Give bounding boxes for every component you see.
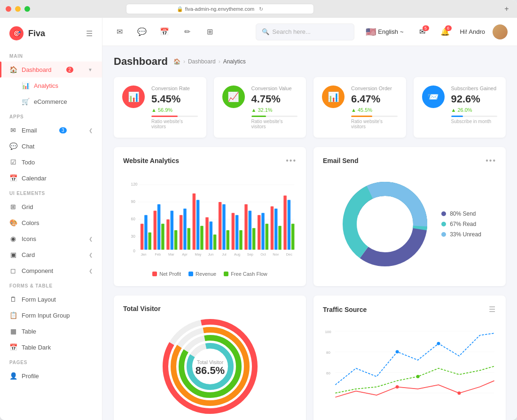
chevron-right-icon: ❮ (89, 268, 93, 273)
search-icon: 🔍 (262, 28, 269, 35)
ecommerce-icon: 🛒 (22, 98, 29, 105)
stat-label-order: Conversion Order (351, 86, 398, 91)
sidebar-item-label: Card (22, 251, 35, 258)
page-title: Dashboard (114, 55, 168, 68)
chat-nav-icon[interactable]: 💬 (134, 24, 149, 39)
sidebar-item-table[interactable]: ▦ Table (0, 323, 102, 339)
stat-card-conversion-value: 📈 Conversion Value 4.75% 32.1% Ratio web… (214, 77, 306, 138)
card-icon: ▣ (9, 251, 17, 258)
stat-icon-order: 📊 (322, 86, 345, 108)
stats-row: 📊 Conversion Rate 5.45% 56.9% Ratio webs… (114, 77, 506, 138)
section-label-main: MAIN (0, 49, 102, 62)
sidebar-item-ecommerce[interactable]: 🛒 eCommerce (0, 93, 102, 109)
calendar-nav-icon[interactable]: 📅 (157, 24, 172, 39)
sidebar-item-todo[interactable]: ☑ Todo (0, 154, 102, 170)
bell-notif-badge: 6 (445, 25, 452, 31)
svg-rect-16 (166, 219, 169, 250)
sidebar-item-chat[interactable]: 💬 Chat (0, 138, 102, 154)
traffic-source-card: Traffic Source ☰ 100 80 60 (313, 296, 506, 420)
mail-notification-button[interactable]: ✉ 5 (415, 24, 430, 39)
svg-rect-22 (193, 194, 196, 250)
svg-rect-44 (288, 200, 290, 249)
close-button[interactable] (6, 6, 11, 12)
chart-title-email: Email Send (323, 157, 358, 164)
edit-nav-icon[interactable]: ✏ (180, 24, 195, 39)
svg-text:Apr: Apr (182, 252, 188, 257)
svg-rect-39 (266, 224, 268, 249)
svg-text:Feb: Feb (155, 252, 161, 257)
visitor-donut: Total Visitor 86.5% (123, 320, 297, 414)
total-visitor-card: Total Visitor (114, 296, 306, 420)
refresh-icon[interactable]: ↻ (259, 6, 263, 12)
svg-rect-29 (222, 204, 225, 250)
home-icon[interactable]: 🏠 (173, 58, 180, 65)
stat-sub-order: Ratio website's visitors (351, 119, 398, 129)
grid-nav-icon[interactable]: ⊞ (202, 24, 217, 39)
traffic-chart: 100 80 60 (323, 321, 496, 406)
chart-menu-email[interactable]: ••• (486, 156, 496, 165)
stat-sub-rate: Ratio website's visitors (151, 119, 198, 129)
chart-menu-analytics[interactable]: ••• (286, 156, 297, 165)
legend-revenue: Revenue (188, 271, 216, 277)
svg-text:Sep: Sep (247, 252, 253, 257)
breadcrumb-current: Analytics (223, 58, 246, 65)
legend-dot-fcf (224, 272, 228, 276)
charts-row: Website Analytics ••• 120 90 60 30 0 (114, 147, 506, 286)
svg-rect-45 (291, 224, 294, 249)
user-greeting: Hi! Andro (460, 28, 485, 35)
url-bar[interactable]: 🔒 fiva-admin-ng.envytheme.com ↻ (126, 4, 314, 14)
svg-text:30: 30 (131, 234, 136, 239)
stat-info-subs: Subscribers Gained 92.6% 26.0% Subscribe… (451, 86, 498, 124)
sidebar-item-form-input[interactable]: 📋 Form Input Group (0, 307, 102, 323)
sidebar-item-grid[interactable]: ⊞ Grid (0, 199, 102, 215)
stat-label-value: Conversion Value (251, 86, 298, 91)
dashboard-badge: 2 (66, 67, 74, 73)
maximize-button[interactable] (24, 6, 30, 12)
legend-label-fcf: Free Cash Flow (231, 271, 267, 277)
hamburger-button[interactable]: ☰ (86, 29, 93, 38)
sidebar-item-colors[interactable]: 🎨 Colors (0, 215, 102, 231)
stat-value-subs: 92.6% (451, 93, 498, 105)
svg-text:Jun: Jun (208, 252, 213, 257)
sidebar-item-dashboard[interactable]: 🏠 Dashboard 2 ▼ (0, 62, 102, 78)
analytics-icon: 📊 (22, 82, 29, 89)
sidebar-item-calendar[interactable]: 📅 Calendar (0, 170, 102, 186)
sidebar-item-label: Form Input Group (22, 312, 70, 319)
sidebar-item-label: Chat (22, 143, 34, 150)
sidebar-item-icons[interactable]: ◉ Icons ❮ (0, 231, 102, 247)
mail-nav-icon[interactable]: ✉ (112, 24, 127, 39)
svg-rect-11 (144, 215, 147, 250)
table-dark-icon: 📅 (9, 343, 17, 351)
email-icon: ✉ (9, 126, 17, 134)
new-tab-button[interactable]: + (502, 4, 511, 14)
breadcrumb-dashboard[interactable]: Dashboard (188, 58, 216, 65)
traffic-chart-svg: 100 80 60 (323, 321, 496, 415)
minimize-button[interactable] (15, 6, 21, 12)
sidebar-item-table-dark[interactable]: 📅 Table Dark (0, 339, 102, 355)
svg-text:90: 90 (131, 199, 136, 204)
donut-legend-send: 80% Send (441, 210, 481, 217)
stat-icon-subs: 📨 (422, 86, 445, 108)
svg-rect-21 (188, 228, 190, 249)
sidebar-item-form-layout[interactable]: 🗒 Form Layout (0, 291, 102, 307)
donut-label-unread: 33% Unread (450, 231, 481, 238)
sidebar-item-component[interactable]: ◻ Component ❮ (0, 263, 102, 279)
bell-notification-button[interactable]: 🔔 6 (438, 24, 453, 39)
search-box[interactable]: 🔍 Search here... (256, 23, 354, 40)
svg-point-61 (359, 198, 411, 250)
sidebar-item-email[interactable]: ✉ Email 3 ❮ (0, 122, 102, 138)
calendar-icon: 📅 (9, 174, 17, 182)
language-selector[interactable]: 🇺🇸 English ~ (362, 27, 407, 37)
stat-sub-subs: Subscribe in month (451, 119, 498, 124)
stat-change-order: 45.5% (351, 107, 398, 113)
user-avatar[interactable] (493, 24, 508, 39)
ring-chart-wrapper: Total Visitor 86.5% (158, 315, 262, 420)
titlebar: 🔒 fiva-admin-ng.envytheme.com ↻ + (0, 0, 517, 18)
sidebar-item-analytics[interactable]: 📊 Analytics (0, 78, 102, 93)
sidebar-item-profile[interactable]: 👤 Profile (0, 368, 102, 384)
stat-card-conversion-order: 📊 Conversion Order 6.47% 45.5% Ratio web… (313, 77, 406, 138)
svg-rect-28 (219, 202, 221, 249)
chart-menu-traffic[interactable]: ☰ (489, 305, 496, 314)
sidebar-item-card[interactable]: ▣ Card ❮ (0, 247, 102, 263)
donut-label-send: 80% Send (450, 210, 476, 217)
